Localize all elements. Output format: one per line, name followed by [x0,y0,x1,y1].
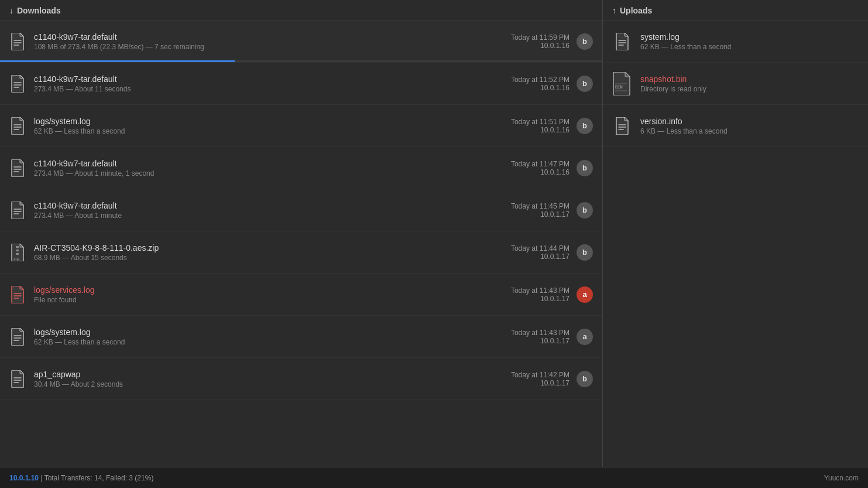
info-file-icon [612,114,632,138]
svg-text:BIN: BIN [615,85,623,90]
svg-rect-15 [16,246,19,248]
transfer-ip: 10.0.1.16 [540,84,569,92]
upload-file-name: version.info [640,117,859,126]
status-left: 10.0.1.10 | Total Transfers: 14, Failed:… [9,474,153,482]
file-info: c1140-k9w7-tar.default 273.4 MB — About … [34,74,511,93]
transfer-ip: 10.0.1.17 [540,337,569,345]
transfer-time: Today at 11:47 PM [511,160,569,168]
upload-item[interactable]: BIN snapshot.bin Directory is read only [603,63,868,105]
status-brand: Yuucn.com [824,474,859,482]
file-name: c1140-k9w7-tar.default [34,201,511,210]
avatar-badge: b [577,76,593,92]
file-meta: 62 KB — Less than a second [34,127,511,135]
file-name: c1140-k9w7-tar.default [34,74,511,84]
uploads-arrow-icon: ↑ [612,6,616,15]
file-meta: 68.9 MB — About 15 seconds [34,254,511,262]
upload-meta: 62 KB — Less than a second [640,43,859,51]
transfer-right: Today at 11:42 PM 10.0.1.17 [511,371,569,387]
transfer-right: Today at 11:45 PM 10.0.1.17 [511,202,569,219]
file-icon [9,158,26,178]
upload-item[interactable]: system.log 62 KB — Less than a second [603,21,868,63]
transfer-right: Today at 11:47 PM 10.0.1.16 [511,160,569,176]
file-icon [9,327,26,347]
transfer-right: Today at 11:52 PM 10.0.1.16 [511,76,569,92]
file-icon [9,74,26,94]
transfer-right: Today at 11:43 PM 10.0.1.17 [511,329,569,345]
file-icon [9,369,26,389]
avatar-badge: a [577,329,593,345]
transfer-ip: 10.0.1.16 [540,126,569,134]
svg-rect-16 [16,250,19,251]
upload-item[interactable]: version.info 6 KB — Less than a second [603,105,868,147]
uploads-panel: ↑ Uploads system.log 62 KB — Less than a… [603,0,868,467]
file-info: logs/system.log 62 KB — Less than a seco… [34,327,511,346]
main-content: ↓ Downloads c1140-k9w7-tar.default 108 M… [0,0,868,467]
file-name: logs/system.log [34,327,511,337]
file-name: c1140-k9w7-tar.default [34,32,511,42]
file-meta: 62 KB — Less than a second [34,338,511,346]
file-info: c1140-k9w7-tar.default 273.4 MB — About … [34,159,511,178]
download-item[interactable]: logs/services.log File not found Today a… [0,274,602,316]
download-item[interactable]: logs/system.log 62 KB — Less than a seco… [0,105,602,147]
file-meta: 273.4 MB — About 1 minute, 1 second [34,169,511,178]
uploads-header: ↑ Uploads [603,0,868,21]
upload-file-name: snapshot.bin [640,74,859,84]
file-info: logs/system.log 62 KB — Less than a seco… [34,117,511,135]
download-item[interactable]: c1140-k9w7-tar.default 108 MB of 273.4 M… [0,21,602,63]
avatar-badge: b [577,244,593,261]
downloads-panel: ↓ Downloads c1140-k9w7-tar.default 108 M… [0,0,603,467]
upload-meta: Directory is read only [640,85,859,93]
avatar-badge: a [577,286,593,303]
transfer-ip: 10.0.1.17 [540,379,569,387]
uploads-title: Uploads [620,6,652,15]
svg-rect-19 [17,251,18,253]
transfer-ip: 10.0.1.17 [540,252,569,261]
downloads-title: Downloads [17,6,61,15]
transfer-ip: 10.0.1.16 [540,168,569,176]
svg-rect-17 [16,253,19,255]
avatar-badge: b [577,118,593,134]
transfer-time: Today at 11:51 PM [511,118,569,126]
file-info: ap1_capwap 30.4 MB — About 2 seconds [34,370,511,388]
log-file-icon [612,30,632,53]
file-icon [9,32,26,52]
avatar-badge: b [577,202,593,219]
file-meta: 30.4 MB — About 2 seconds [34,380,511,388]
file-name: logs/system.log [34,117,511,126]
download-item[interactable]: logs/system.log 62 KB — Less than a seco… [0,316,602,358]
bin-file-icon: BIN [612,72,632,95]
transfer-right: Today at 11:44 PM 10.0.1.17 [511,244,569,261]
file-name: ap1_capwap [34,370,511,379]
transfer-time: Today at 11:42 PM [511,371,569,379]
transfer-time: Today at 11:44 PM [511,244,569,252]
download-item[interactable]: c1140-k9w7-tar.default 273.4 MB — About … [0,147,602,189]
download-item[interactable]: c1140-k9w7-tar.default 273.4 MB — About … [0,189,602,231]
avatar-badge: b [577,33,593,50]
transfer-right: Today at 11:59 PM 10.0.1.16 [511,33,569,50]
file-info: c1140-k9w7-tar.default 273.4 MB — About … [34,201,511,220]
upload-info: system.log 62 KB — Less than a second [640,32,859,51]
file-meta: 273.4 MB — About 1 minute [34,211,511,220]
file-info: logs/services.log File not found [34,285,511,304]
downloads-list[interactable]: c1140-k9w7-tar.default 108 MB of 273.4 M… [0,21,602,467]
file-icon [9,285,26,305]
transfer-ip: 10.0.1.16 [540,42,569,50]
status-bar: 10.0.1.10 | Total Transfers: 14, Failed:… [0,467,868,488]
file-info: c1140-k9w7-tar.default 108 MB of 273.4 M… [34,32,511,51]
avatar-badge: b [577,160,593,176]
progress-bar-fill [0,60,235,62]
file-icon: zip [9,243,26,262]
transfer-time: Today at 11:43 PM [511,329,569,337]
downloads-header: ↓ Downloads [0,0,602,21]
transfer-right: Today at 11:43 PM 10.0.1.17 [511,286,569,303]
download-item[interactable]: c1140-k9w7-tar.default 273.4 MB — About … [0,63,602,105]
download-item[interactable]: ap1_capwap 30.4 MB — About 2 seconds Tod… [0,358,602,400]
file-meta: 273.4 MB — About 11 seconds [34,85,511,93]
download-item[interactable]: zip AIR-CT3504-K9-8-8-111-0.aes.zip 68.9… [0,231,602,274]
downloads-arrow-icon: ↓ [9,6,13,15]
svg-text:zip: zip [13,257,19,261]
upload-info: version.info 6 KB — Less than a second [640,117,859,135]
transfer-time: Today at 11:45 PM [511,202,569,210]
uploads-list[interactable]: system.log 62 KB — Less than a second BI… [603,21,868,467]
file-name: logs/services.log [34,285,511,295]
